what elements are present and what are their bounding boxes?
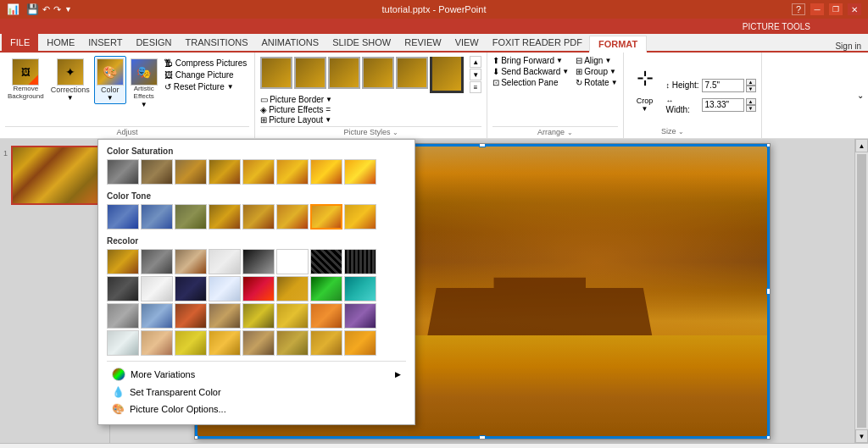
tab-slideshow[interactable]: SLIDE SHOW — [326, 34, 398, 51]
recolor-gray[interactable] — [141, 249, 173, 274]
help-button[interactable]: ? — [792, 3, 805, 15]
tone-swatch-5[interactable] — [276, 204, 309, 230]
recolor-r1[interactable] — [276, 249, 309, 274]
recolor-dk1[interactable] — [107, 276, 139, 301]
sign-in-link[interactable]: Sign in — [835, 41, 861, 51]
recolor-wash[interactable] — [209, 249, 241, 274]
tab-view[interactable]: VIEW — [448, 34, 486, 51]
pic-style-3[interactable] — [328, 57, 360, 89]
close-button[interactable]: ✕ — [848, 3, 861, 15]
sat-swatch-6[interactable] — [310, 159, 342, 185]
recolor-b1[interactable] — [107, 303, 139, 329]
tab-animations[interactable]: ANIMATIONS — [255, 34, 326, 51]
reset-picture-button[interactable]: ↺ Reset Picture ▼ — [162, 81, 249, 92]
recolor-acc1[interactable] — [242, 276, 275, 301]
selection-pane-button[interactable]: ⊡ Selection Pane — [492, 78, 569, 87]
recolor-c1[interactable] — [107, 330, 139, 356]
recolor-r2[interactable] — [310, 249, 342, 274]
tone-swatch-0[interactable] — [107, 204, 139, 230]
recolor-c8[interactable] — [344, 330, 376, 356]
recolor-c2[interactable] — [141, 330, 173, 356]
pic-style-5[interactable] — [396, 57, 428, 89]
quick-access-undo[interactable]: ↶ — [42, 4, 50, 15]
picture-effects-button[interactable]: ◈ Picture Effects = — [260, 105, 481, 114]
recolor-b6[interactable] — [276, 303, 309, 329]
group-button[interactable]: ⊞ Group ▼ — [576, 67, 617, 76]
scroll-up-button[interactable]: ▲ — [855, 139, 868, 152]
height-spin-up[interactable]: ▲ — [746, 79, 756, 86]
recolor-b3[interactable] — [175, 303, 207, 329]
recolor-b5[interactable] — [242, 303, 275, 329]
rotate-button[interactable]: ↻ Rotate ▼ — [576, 78, 617, 87]
sat-swatch-2[interactable] — [175, 159, 207, 185]
recolor-lt2[interactable] — [209, 276, 241, 301]
corrections-button[interactable]: ✦ Corrections ▼ — [48, 56, 92, 104]
compress-pictures-button[interactable]: 🗜 Compress Pictures — [162, 58, 249, 69]
recolor-b8[interactable] — [344, 303, 376, 329]
recolor-c4[interactable] — [209, 330, 241, 356]
color-button[interactable]: 🎨 Color ▼ — [94, 56, 126, 104]
quick-access-save[interactable]: 💾 — [26, 3, 39, 15]
pic-style-2[interactable] — [294, 57, 326, 89]
tab-file[interactable]: FILE — [2, 34, 38, 51]
tone-swatch-7[interactable] — [344, 204, 376, 230]
recolor-bw[interactable] — [242, 249, 275, 274]
tone-swatch-3[interactable] — [209, 204, 241, 230]
slide-thumbnail[interactable] — [11, 146, 104, 205]
recolor-b4[interactable] — [209, 303, 241, 329]
notes-bar[interactable]: Click to add notes — [0, 443, 868, 448]
picture-layout-button[interactable]: ⊞ Picture Layout ▼ — [260, 115, 481, 124]
remove-background-button[interactable]: 🖼 RemoveBackground — [5, 56, 47, 103]
scroll-down-button[interactable]: ▼ — [855, 429, 868, 443]
tone-swatch-6[interactable]: Temperature: 11200 K — [310, 204, 342, 230]
sat-swatch-5[interactable] — [276, 159, 309, 185]
tone-swatch-4[interactable] — [242, 204, 275, 230]
tab-review[interactable]: REVIEW — [398, 34, 448, 51]
tab-format[interactable]: FORMAT — [589, 36, 647, 53]
picture-border-button[interactable]: ▭ Picture Border ▼ — [260, 95, 481, 104]
bring-forward-button[interactable]: ⬆ Bring Forward ▼ — [492, 56, 569, 65]
pic-style-selected[interactable] — [430, 57, 464, 93]
sat-swatch-7[interactable] — [344, 159, 376, 185]
recolor-b7[interactable] — [310, 303, 342, 329]
tab-transitions[interactable]: TRANSITIONS — [179, 34, 255, 51]
gallery-up-button[interactable]: ▲ — [470, 56, 481, 68]
tone-swatch-1[interactable] — [141, 204, 173, 230]
restore-button[interactable]: ❐ — [829, 3, 843, 15]
recolor-b2[interactable] — [141, 303, 173, 329]
recolor-c3[interactable] — [175, 330, 207, 356]
width-spin-down[interactable]: ▼ — [746, 105, 756, 112]
recolor-acc4[interactable] — [344, 276, 376, 301]
recolor-r3[interactable] — [344, 249, 376, 274]
more-variations-item[interactable]: More Variations ▶ — [107, 365, 406, 384]
recolor-c6[interactable] — [276, 330, 309, 356]
sat-swatch-3[interactable] — [209, 159, 241, 185]
pic-style-4[interactable] — [362, 57, 394, 89]
pic-style-1[interactable] — [260, 57, 292, 89]
recolor-c5[interactable] — [242, 330, 275, 356]
recolor-lt1[interactable] — [141, 276, 173, 301]
minimize-button[interactable]: ─ — [810, 3, 824, 15]
vertical-scrollbar[interactable]: ▲ ▼ — [854, 139, 868, 443]
artistic-effects-button[interactable]: 🎭 ArtisticEffects ▼ — [128, 56, 160, 111]
align-button[interactable]: ⊟ Align ▼ — [576, 56, 617, 65]
quick-access-redo[interactable]: ↷ — [53, 4, 61, 15]
color-options-item[interactable]: 🎨 Picture Color Options... — [107, 401, 406, 418]
tab-home[interactable]: HOME — [40, 34, 81, 51]
gallery-down-button[interactable]: ▼ — [470, 69, 481, 80]
recolor-no[interactable] — [107, 249, 139, 274]
gallery-more-button[interactable]: ≡ — [470, 81, 481, 93]
crop-button[interactable]: ⊹ Crop ▼ — [629, 56, 661, 115]
width-spin-up[interactable]: ▲ — [746, 98, 756, 105]
height-input[interactable] — [702, 79, 744, 92]
tab-foxit[interactable]: FOXIT READER PDF — [486, 34, 589, 51]
quick-access-customize[interactable]: ▼ — [64, 5, 72, 14]
recolor-c7[interactable] — [310, 330, 342, 356]
sat-swatch-4[interactable] — [242, 159, 275, 185]
recolor-acc2[interactable] — [276, 276, 309, 301]
scroll-thumb[interactable] — [857, 154, 866, 428]
recolor-acc3[interactable] — [310, 276, 342, 301]
recolor-dk2[interactable] — [175, 276, 207, 301]
sat-swatch-0[interactable] — [107, 159, 139, 185]
tab-design[interactable]: DESIGN — [129, 34, 178, 51]
